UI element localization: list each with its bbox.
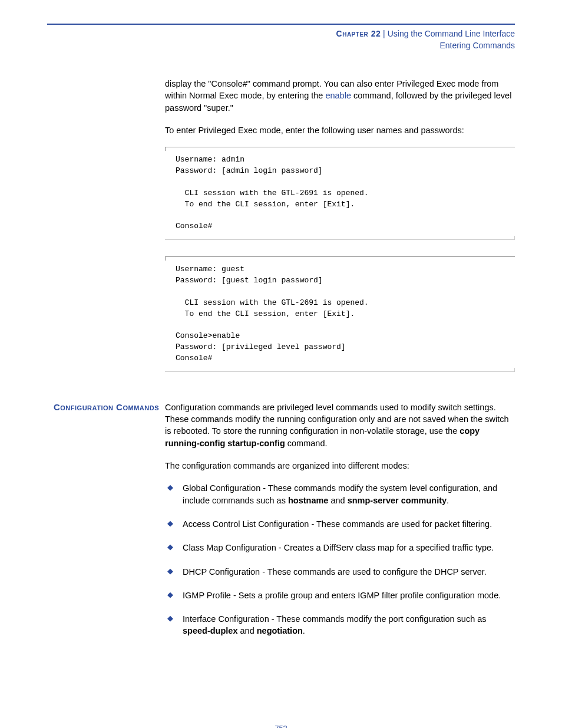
content: display the "Console#" command prompt. Y… (47, 78, 515, 649)
sec-p1-c: command. (285, 439, 328, 448)
chapter-title: Using the Command Line Interface (388, 29, 515, 38)
intro-para-1: display the "Console#" command prompt. Y… (165, 78, 515, 114)
side-heading: Configuration Commands (47, 401, 165, 413)
list-item: Interface Configuration - These commands… (165, 613, 515, 637)
li-mid: and (237, 626, 256, 635)
section-body: Configuration commands are privileged le… (165, 401, 515, 649)
li-text: Access Control List Configuration - Thes… (183, 519, 492, 529)
chapter-label: Chapter 22 (336, 29, 381, 38)
li-bold2: negotiation (257, 626, 303, 635)
li-text: DHCP Configuration - These commands are … (183, 567, 487, 577)
li-tail: . (447, 496, 449, 505)
header-subtitle: Entering Commands (47, 40, 515, 52)
header-line-1: Chapter 22 | Using the Command Line Inte… (47, 28, 515, 40)
config-commands-section: Configuration Commands Configuration com… (47, 401, 515, 649)
li-mid: and (328, 496, 347, 505)
code-block-guest: Username: guest Password: [guest login p… (165, 256, 515, 372)
li-text: Interface Configuration - These commands… (183, 614, 487, 624)
page-number: – 753 – (268, 724, 293, 728)
code-block-admin: Username: admin Password: [admin login p… (165, 147, 515, 240)
list-item: DHCP Configuration - These commands are … (165, 566, 515, 578)
enable-link[interactable]: enable (325, 91, 351, 100)
list-item: Class Map Configuration - Creates a Diff… (165, 542, 515, 554)
li-text: IGMP Profile - Sets a profile group and … (183, 591, 501, 600)
li-text: Class Map Configuration - Creates a Diff… (183, 543, 494, 552)
intro-block: display the "Console#" command prompt. Y… (165, 78, 515, 372)
page-header: Chapter 22 | Using the Command Line Inte… (47, 28, 515, 51)
li-bold2: snmp-server community (348, 496, 447, 505)
page: Chapter 22 | Using the Command Line Inte… (0, 24, 562, 728)
li-bold: speed-duplex (183, 626, 237, 635)
intro-para-2: To enter Privileged Exec mode, enter the… (165, 124, 515, 136)
li-bold: hostname (288, 496, 329, 505)
header-sep: | (381, 29, 387, 38)
sec-p1-a: Configuration commands are privileged le… (165, 403, 509, 436)
config-modes-list: Global Configuration - These commands mo… (165, 482, 515, 637)
li-tail: . (303, 626, 305, 635)
section-para-1: Configuration commands are privileged le… (165, 401, 515, 449)
list-item: IGMP Profile - Sets a profile group and … (165, 589, 515, 601)
section-para-2: The configuration commands are organized… (165, 460, 515, 472)
page-footer: – 753 – (0, 723, 562, 728)
list-item: Access Control List Configuration - Thes… (165, 518, 515, 530)
list-item: Global Configuration - These commands mo… (165, 482, 515, 506)
header-rule (47, 24, 515, 25)
